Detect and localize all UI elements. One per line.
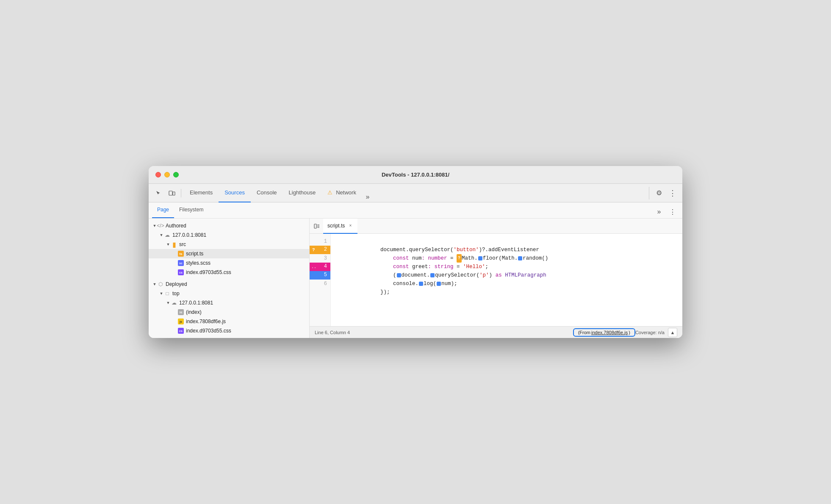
- arrow-src: ▼: [166, 242, 171, 246]
- coverage-button[interactable]: ▲: [668, 328, 677, 337]
- index-css1-label: index.d9703d55.css: [186, 269, 231, 275]
- arrow-authored: ▼: [152, 224, 157, 228]
- cloud-icon-1: ☁: [164, 232, 171, 238]
- sub-more-button[interactable]: »: [654, 206, 665, 217]
- device-toolbar-button[interactable]: [166, 187, 178, 199]
- scss-icon: sc: [177, 260, 184, 266]
- tree-index-html[interactable]: ▶ ht (index): [149, 307, 309, 317]
- script-ts-label: script.ts: [186, 251, 203, 257]
- tree-index-js[interactable]: ▶ js index.7808df6e.js: [149, 317, 309, 326]
- line-num-1: 1: [310, 237, 330, 246]
- tab-elements[interactable]: Elements: [184, 184, 219, 202]
- tree-index-css2[interactable]: ▶ cs index.d9703d55.css: [149, 326, 309, 335]
- authored-label: Authored: [166, 223, 186, 229]
- editor-tab-filename: script.ts: [327, 223, 345, 229]
- index-html-label: (index): [186, 309, 202, 315]
- tree-src-folder[interactable]: ▼ ▮ src: [149, 240, 309, 249]
- breakpoint-blue-5: 5: [310, 271, 330, 280]
- tab-navigation: Elements Sources Console Lighthouse ⚠ Ne…: [184, 184, 645, 202]
- editor-tab-close[interactable]: ×: [347, 223, 353, 229]
- css-icon-2: cs: [177, 327, 184, 334]
- tab-console[interactable]: Console: [251, 184, 283, 202]
- status-bar-right: Coverage: n/a ▲: [635, 328, 677, 337]
- folder-icon-src: ▮: [171, 241, 177, 248]
- svg-rect-2: [314, 224, 316, 228]
- cube-icon: ⬡: [157, 281, 164, 288]
- toggle-sidebar-button[interactable]: [311, 221, 322, 232]
- status-position: Line 6, Column 4: [315, 330, 573, 335]
- inline-badge-dot-5: [419, 282, 423, 286]
- breakpoint-pink-4: .. 4: [310, 263, 330, 271]
- source-link-file[interactable]: index.7808df6e.js: [591, 330, 628, 335]
- arrow-server2: ▼: [166, 301, 171, 305]
- sub-tab-page[interactable]: Page: [152, 202, 174, 218]
- index-css2-label: index.d9703d55.css: [186, 328, 231, 334]
- tree-styles-scss[interactable]: ▶ sc styles.scss: [149, 258, 309, 268]
- tag-icon: </>: [157, 222, 164, 229]
- tab-network[interactable]: ⚠ Network: [321, 184, 362, 202]
- top-label: top: [172, 291, 180, 296]
- file-tree-pane: ▼ </> Authored ▼ ☁ 127.0.0.1:8081 ▼ ▮ sr…: [149, 219, 310, 338]
- inline-badge-dot-2: [518, 256, 522, 260]
- inspect-element-button[interactable]: [152, 187, 165, 199]
- code-content[interactable]: document.querySelector('button')?.addEve…: [331, 234, 682, 326]
- tab-lighthouse[interactable]: Lighthouse: [283, 184, 322, 202]
- arrow-server1: ▼: [159, 233, 164, 237]
- inline-badge-dot-6: [437, 282, 441, 286]
- editor-file-tab-script-ts[interactable]: script.ts ×: [323, 219, 357, 234]
- tree-server-deployed[interactable]: ▼ ☁ 127.0.0.1:8081: [149, 298, 309, 307]
- settings-button[interactable]: ⚙: [653, 187, 665, 199]
- tree-deployed[interactable]: ▼ ⬡ Deployed: [149, 280, 309, 289]
- content-panes: ▼ </> Authored ▼ ☁ 127.0.0.1:8081 ▼ ▮ sr…: [149, 219, 682, 338]
- line-num-5[interactable]: 5: [310, 271, 330, 280]
- code-editor[interactable]: 1 ? 2 3 ..: [310, 234, 682, 326]
- js-icon: js: [177, 318, 184, 325]
- html-icon: ht: [177, 309, 184, 316]
- maximize-button[interactable]: [173, 172, 179, 177]
- status-bar: Line 6, Column 4 (From index.7808df6e.js…: [310, 326, 682, 338]
- line-num-2[interactable]: ? 2: [310, 246, 330, 254]
- svg-rect-0: [169, 191, 172, 195]
- tree-authored[interactable]: ▼ </> Authored: [149, 221, 309, 230]
- line-num-6: 6: [310, 280, 330, 288]
- title-bar: DevTools - 127.0.0.1:8081/: [149, 166, 682, 184]
- close-button[interactable]: [155, 172, 161, 177]
- arrow-top: ▼: [159, 291, 164, 296]
- svg-rect-1: [173, 192, 175, 195]
- tree-server-authored[interactable]: ▼ ☁ 127.0.0.1:8081: [149, 230, 309, 240]
- devtools-window: DevTools - 127.0.0.1:8081/ Elements Sour…: [149, 166, 682, 338]
- coverage-label: Coverage: n/a: [635, 330, 665, 335]
- editor-tabs: script.ts ×: [310, 219, 682, 234]
- sub-toolbar: Page Filesystem » ⋮: [149, 202, 682, 219]
- main-content: Page Filesystem » ⋮ ▼ </> Authored: [149, 202, 682, 338]
- toolbar-separator: [181, 189, 181, 197]
- line-numbers: 1 ? 2 3 ..: [310, 234, 331, 326]
- css-icon-1: cs: [177, 269, 184, 276]
- code-line-1: document.querySelector('button')?.addEve…: [336, 237, 682, 246]
- tree-top[interactable]: ▼ □ top: [149, 289, 309, 298]
- tree-index-css1[interactable]: ▶ cs index.d9703d55.css: [149, 268, 309, 277]
- line-num-3: 3: [310, 254, 330, 263]
- editor-pane: script.ts × 1 ? 2: [310, 219, 682, 338]
- src-folder-label: src: [179, 241, 186, 247]
- index-js-label: index.7808df6e.js: [186, 318, 226, 324]
- server2-label: 127.0.0.1:8081: [179, 300, 213, 306]
- server1-label: 127.0.0.1:8081: [172, 232, 206, 238]
- more-tabs-button[interactable]: »: [362, 191, 373, 202]
- minimize-button[interactable]: [164, 172, 170, 177]
- toolbar-vertical-separator: [649, 187, 649, 199]
- source-link-badge[interactable]: (From index.7808df6e.js): [573, 328, 635, 337]
- sub-tab-filesystem[interactable]: Filesystem: [174, 202, 208, 218]
- deployed-label: Deployed: [166, 281, 187, 287]
- sub-more-options-button[interactable]: ⋮: [666, 205, 679, 218]
- main-toolbar: Elements Sources Console Lighthouse ⚠ Ne…: [149, 184, 682, 202]
- window-title: DevTools - 127.0.0.1:8081/: [382, 172, 449, 178]
- tab-sources[interactable]: Sources: [219, 184, 251, 202]
- arrow-deployed: ▼: [152, 282, 157, 286]
- tree-script-ts[interactable]: ▶ ts script.ts: [149, 249, 309, 258]
- more-options-button[interactable]: ⋮: [666, 187, 679, 199]
- inline-badge-dot-1: [478, 256, 482, 260]
- line-num-4[interactable]: .. 4: [310, 263, 330, 271]
- breakpoint-orange-2: ? 2: [310, 246, 330, 254]
- traffic-lights: [155, 172, 179, 177]
